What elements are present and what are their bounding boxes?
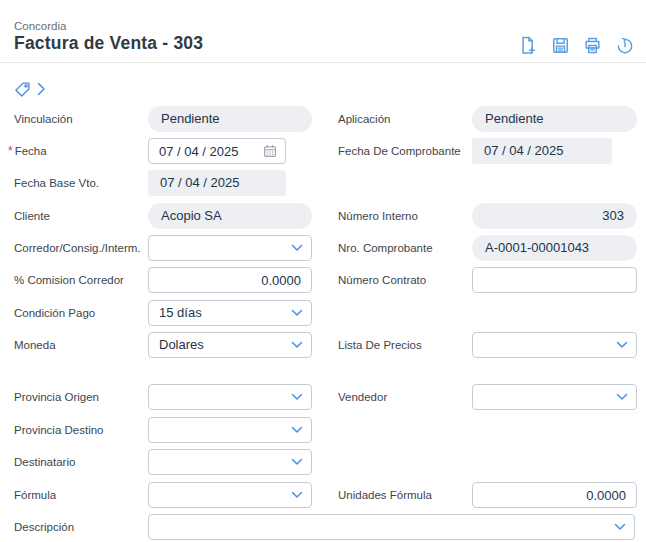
condicion-pago-combobox[interactable]: 15 días xyxy=(148,300,312,326)
chevron-down-icon[interactable] xyxy=(616,341,628,349)
numero-interno-value: 303 xyxy=(602,208,624,223)
field-label-destinatario: Destinatario xyxy=(14,449,75,475)
save-icon xyxy=(551,36,570,55)
nro-comprobante-readonly-field: A-0001-00001043 xyxy=(472,235,637,261)
numero-contrato-input[interactable] xyxy=(472,267,637,293)
vinculacion-value: Pendiente xyxy=(161,111,220,126)
field-label-comision-corredor: % Comision Corredor xyxy=(14,267,124,293)
field-label-fecha: *Fecha xyxy=(8,138,47,164)
required-marker: * xyxy=(8,144,13,158)
vendedor-combobox[interactable] xyxy=(472,384,637,410)
field-label-numero-interno: Número Interno xyxy=(338,203,418,229)
condicion-pago-value: 15 días xyxy=(159,301,291,325)
invoice-form-page: { "header": { "app_name": "Concordia", "… xyxy=(0,0,646,542)
chevron-down-icon[interactable] xyxy=(616,393,628,401)
field-label-corredor: Corredor/Consig./Interm. xyxy=(14,235,141,261)
chevron-down-icon[interactable] xyxy=(291,341,303,349)
add-document-button[interactable] xyxy=(516,34,538,56)
field-label-moneda: Moneda xyxy=(14,332,56,358)
field-label-provincia-destino: Provincia Destino xyxy=(14,417,103,443)
nro-comprobante-value: A-0001-00001043 xyxy=(485,240,589,255)
field-label-formula: Fórmula xyxy=(14,482,56,508)
field-label-vendedor: Vendedor xyxy=(338,384,387,410)
fecha-date-input[interactable]: 07 / 04 / 2025 xyxy=(148,138,286,164)
field-label-nro-comprobante: Nro. Comprobante xyxy=(338,235,433,261)
lista-de-precios-combobox[interactable] xyxy=(472,332,637,358)
aplicacion-readonly-field: Pendiente xyxy=(472,106,637,132)
comision-corredor-input[interactable] xyxy=(148,267,312,293)
header-divider xyxy=(0,62,646,63)
field-label-provincia-origen: Provincia Origen xyxy=(14,384,99,410)
print-icon xyxy=(583,36,602,55)
chevron-down-icon[interactable] xyxy=(291,244,303,252)
history-button[interactable] xyxy=(613,34,635,56)
field-label-descripcion: Descripción xyxy=(14,514,74,540)
field-label-aplicacion: Aplicación xyxy=(338,106,390,132)
app-name: Concordia xyxy=(14,20,66,32)
page-title: Factura de Venta - 303 xyxy=(14,33,203,54)
moneda-combobox[interactable]: Dolares xyxy=(148,332,312,358)
descripcion-combobox[interactable] xyxy=(148,514,635,540)
fecha-de-comprobante-readonly-field: 07 / 04 / 2025 xyxy=(472,138,612,164)
field-label-numero-contrato: Número Contrato xyxy=(338,267,426,293)
fecha-base-vto-readonly-field: 07 / 04 / 2025 xyxy=(148,170,286,196)
field-label-fecha-base-vto: Fecha Base Vto. xyxy=(14,170,99,196)
fecha-base-vto-value: 07 / 04 / 2025 xyxy=(160,175,240,190)
save-button[interactable] xyxy=(549,34,571,56)
field-label-vinculacion: Vinculación xyxy=(14,106,73,132)
field-label-condicion-pago: Condición Pago xyxy=(14,300,95,326)
history-icon xyxy=(615,36,634,55)
calendar-icon[interactable] xyxy=(263,144,277,158)
chevron-down-icon[interactable] xyxy=(291,491,303,499)
field-label-lista-de-precios: Lista De Precios xyxy=(338,332,422,358)
provincia-destino-combobox[interactable] xyxy=(148,417,312,443)
tag-icon[interactable] xyxy=(14,81,31,98)
chevron-down-icon[interactable] xyxy=(614,523,626,531)
chevron-down-icon[interactable] xyxy=(291,426,303,434)
unidades-formula-input[interactable] xyxy=(472,482,637,508)
chevron-down-icon[interactable] xyxy=(291,309,303,317)
corredor-combobox[interactable] xyxy=(148,235,312,261)
vinculacion-readonly-field: Pendiente xyxy=(148,106,312,132)
fecha-value: 07 / 04 / 2025 xyxy=(159,144,239,159)
numero-interno-readonly-field: 303 xyxy=(472,203,637,229)
field-label-fecha-de-comprobante: Fecha De Comprobante xyxy=(338,138,461,164)
expand-chevron-icon[interactable] xyxy=(37,82,46,96)
formula-combobox[interactable] xyxy=(148,482,312,508)
cliente-value: Acopio SA xyxy=(161,208,222,223)
moneda-value: Dolares xyxy=(159,333,291,357)
fecha-de-comprobante-value: 07 / 04 / 2025 xyxy=(484,143,564,158)
print-button[interactable] xyxy=(581,34,603,56)
add-document-icon xyxy=(518,36,537,55)
field-label-cliente: Cliente xyxy=(14,203,50,229)
destinatario-combobox[interactable] xyxy=(148,449,312,475)
chevron-down-icon[interactable] xyxy=(291,393,303,401)
aplicacion-value: Pendiente xyxy=(485,111,544,126)
chevron-down-icon[interactable] xyxy=(291,458,303,466)
cliente-readonly-field: Acopio SA xyxy=(148,203,312,229)
field-label-unidades-formula: Unidades Fórmula xyxy=(338,482,432,508)
provincia-origen-combobox[interactable] xyxy=(148,384,312,410)
